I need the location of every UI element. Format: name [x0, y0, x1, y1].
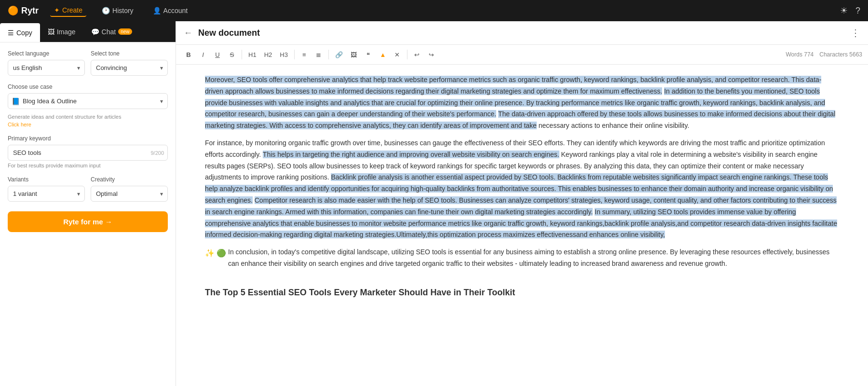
language-field: Select language us English UK English Fr… [8, 50, 85, 76]
use-case-wrapper: 📘 Blog Idea & Outline Blog Section Writi… [8, 93, 168, 109]
ai-conclusion-text: In conclusion, in today's competitive di… [228, 247, 839, 270]
editor-toolbar: B I U S H1 H2 H3 ≡ ≣ 🔗 🖼 ❝ ▲ ✕ ↩ ↪ Words… [176, 45, 868, 65]
tab-copy[interactable]: ☰ Copy [0, 23, 40, 42]
variants-select[interactable]: 1 variant 2 variants 3 variants [8, 186, 85, 202]
back-button[interactable]: ← [184, 28, 192, 38]
create-icon: ✦ [54, 6, 60, 14]
toolbar-divider-2 [294, 50, 295, 59]
clear-format-button[interactable]: ✕ [391, 48, 404, 61]
history-icon: 🕐 [102, 7, 110, 14]
editor-header: ← New document ⋮ [176, 21, 868, 45]
ai-green-dot-icon: 🟢 [217, 247, 226, 260]
for-best-text: For best results provide maximum input [8, 163, 168, 168]
link-button[interactable]: 🔗 [332, 48, 346, 61]
tone-select-wrapper: Convincing Formal Casual Enthusiastic [91, 60, 168, 76]
ordered-list-button[interactable]: ≣ [312, 48, 326, 61]
image-icon: 🖼 [48, 28, 54, 36]
h2-button[interactable]: H2 [261, 48, 276, 61]
sidebar-content: Select language us English UK English Fr… [0, 42, 176, 386]
word-char-count: Words 774 Characters 5663 [786, 51, 862, 58]
enhanced-keywords-link[interactable]: Click here [8, 122, 168, 127]
use-case-description: Generate ideas and content structure for… [8, 114, 168, 120]
tab-image[interactable]: 🖼 Image [40, 21, 83, 42]
language-select[interactable]: us English UK English French Spanish [8, 60, 85, 76]
tone-select[interactable]: Convincing Formal Casual Enthusiastic [91, 60, 168, 76]
chat-icon: 💬 [91, 28, 99, 36]
creativity-field: Creativity Optimal High Max [91, 176, 168, 202]
main-layout: ☰ Copy 🖼 Image 💬 Chat new Select languag… [0, 21, 868, 386]
language-select-wrapper: us English UK English French Spanish [8, 60, 85, 76]
tone-field: Select tone Convincing Formal Casual Ent… [91, 50, 168, 76]
language-label: Select language [8, 50, 85, 57]
text-3b: necessary actions to enhance their onlin… [539, 122, 690, 129]
keyword-count: 9/200 [150, 150, 164, 156]
editor-content[interactable]: Moreover, SEO tools offer comprehensive … [176, 65, 868, 386]
highlight-button[interactable]: ▲ [376, 48, 390, 61]
nav-right-actions: ☀ ? [840, 5, 860, 16]
use-case-label: Choose use case [8, 83, 168, 90]
italic-button[interactable]: I [196, 48, 210, 61]
document-title: New document [198, 28, 845, 38]
keyword-input[interactable] [8, 145, 168, 161]
variants-label: Variants [8, 176, 85, 183]
tab-chat[interactable]: 💬 Chat new [83, 21, 140, 42]
redo-button[interactable]: ↪ [425, 48, 438, 61]
use-case-select[interactable]: Blog Idea & Outline Blog Section Writing… [8, 93, 168, 109]
variants-select-wrapper: 1 variant 2 variants 3 variants [8, 186, 85, 202]
paragraph-1: Moreover, SEO tools offer comprehensive … [205, 74, 839, 132]
selected-text-4: This helps in targeting the right audien… [263, 151, 559, 158]
sidebar-tabs: ☰ Copy 🖼 Image 💬 Chat new [0, 21, 176, 42]
more-options-button[interactable]: ⋮ [851, 27, 860, 39]
logo-text: Rytr [21, 6, 39, 16]
creativity-select[interactable]: Optimal High Max [91, 186, 168, 202]
h3-button[interactable]: H3 [276, 48, 291, 61]
app-logo: 🟠 Rytr [8, 5, 39, 16]
chat-badge: new [118, 28, 132, 35]
ryte-button[interactable]: Ryte for me → [8, 211, 168, 232]
variants-field: Variants 1 variant 2 variants 3 variants [8, 176, 85, 202]
tone-label: Select tone [91, 50, 168, 57]
copy-icon: ☰ [8, 29, 14, 37]
language-tone-row: Select language us English UK English Fr… [8, 50, 168, 76]
sidebar: ☰ Copy 🖼 Image 💬 Chat new Select languag… [0, 21, 176, 386]
nav-account[interactable]: 👤 Account [149, 5, 192, 16]
char-count-label: Characters 5663 [819, 51, 862, 58]
document-body: Moreover, SEO tools offer comprehensive … [205, 74, 839, 300]
variants-row: Variants 1 variant 2 variants 3 variants… [8, 176, 168, 202]
bullet-list-button[interactable]: ≡ [298, 48, 311, 61]
creativity-select-wrapper: Optimal High Max [91, 186, 168, 202]
theme-toggle-icon[interactable]: ☀ [840, 5, 848, 16]
creativity-label: Creativity [91, 176, 168, 183]
toolbar-divider-3 [328, 50, 329, 59]
editor-area: ← New document ⋮ B I U S H1 H2 H3 ≡ ≣ 🔗 … [176, 21, 868, 386]
h1-button[interactable]: H1 [245, 48, 260, 61]
paragraph-2: For instance, by monitoring organic traf… [205, 138, 839, 241]
undo-button[interactable]: ↩ [410, 48, 424, 61]
top-nav: 🟠 Rytr ✦ Create 🕐 History 👤 Account ☀ ? [0, 0, 868, 21]
nav-history[interactable]: 🕐 History [98, 5, 137, 16]
nav-create[interactable]: ✦ Create [50, 4, 86, 17]
word-count-label: Words 774 [786, 51, 814, 58]
help-icon[interactable]: ? [855, 6, 860, 16]
strikethrough-button[interactable]: S [225, 48, 239, 61]
toolbar-divider-4 [407, 50, 407, 59]
quote-button[interactable]: ❝ [362, 48, 375, 61]
keyword-input-wrapper: 9/200 [8, 145, 168, 161]
section-heading: The Top 5 Essential SEO Tools Every Mark… [205, 285, 839, 300]
toolbar-divider-1 [242, 50, 242, 59]
underline-button[interactable]: U [211, 48, 224, 61]
ai-sparkle-icon: ✨ [205, 247, 215, 260]
bold-button[interactable]: B [182, 48, 195, 61]
image-button[interactable]: 🖼 [347, 48, 361, 61]
account-icon: 👤 [153, 7, 161, 14]
logo-emoji: 🟠 [8, 5, 18, 16]
primary-keyword-label: Primary keyword [8, 135, 168, 142]
use-case-icon: 📘 [12, 97, 20, 105]
ai-conclusion-row: ✨ 🟢 In conclusion, in today's competitiv… [205, 247, 839, 276]
